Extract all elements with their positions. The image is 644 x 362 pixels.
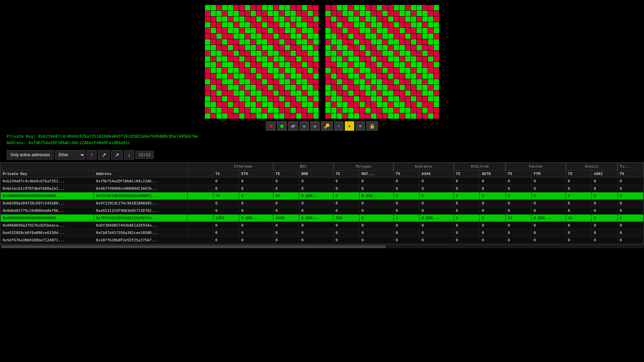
- table-cell: 0: [359, 185, 393, 192]
- table-cell: 0x0dbd65779c24d886da0ef96...: [1, 207, 94, 215]
- bottom-scrollbar[interactable]: [0, 244, 644, 248]
- table-row[interactable]: 0xe552858cb0f8a086ce6330d...0xCb87d41f35…: [1, 229, 644, 237]
- table-cell: 0: [273, 178, 299, 185]
- table-cell: 0: [273, 207, 299, 215]
- table-cell: 0: [239, 237, 273, 244]
- th-group-fu: Fu...: [618, 163, 643, 170]
- table-cell: 0: [566, 207, 592, 215]
- table-cell: 0: [480, 178, 505, 185]
- red-btn[interactable]: ■: [266, 121, 276, 131]
- table-cell: 0: [592, 192, 618, 200]
- table-cell: 0: [480, 207, 505, 215]
- table-cell: 0: [618, 215, 643, 222]
- table-row[interactable]: 0x0460699a379276c825beaca...0xDf3D490574…: [1, 222, 644, 229]
- table-cell: 0: [592, 215, 618, 222]
- controls-row: Only active addresses Ether BSC Polygon …: [0, 149, 644, 161]
- th-ftm: FTM: [532, 170, 566, 178]
- plus-active-btn[interactable]: +: [345, 121, 354, 131]
- table-row[interactable]: 0x0000000000000000000000...0xF1F6619B38A…: [1, 192, 644, 200]
- table-cell: [187, 185, 213, 192]
- table-row[interactable]: 0xb234e87c4c4bd4c67baf351...0xf9b754a2DF…: [1, 178, 644, 185]
- green-btn[interactable]: ■: [277, 121, 287, 131]
- table-cell: 0: [239, 185, 273, 192]
- table-cell: 0: [393, 192, 419, 200]
- minus-btn[interactable]: −: [334, 121, 343, 131]
- table-cell: [187, 215, 213, 222]
- upload-btn[interactable]: ↑: [87, 150, 97, 160]
- table-cell: [187, 229, 213, 237]
- lock-btn[interactable]: 🔒: [366, 121, 378, 131]
- table-cell: 0.000...: [532, 215, 566, 222]
- table-cell: 0: [505, 222, 531, 229]
- th-mat: MAT...: [359, 170, 393, 178]
- app: ■ ■ ⇄ « » 🔑 − + + 🔒 Private Key: 0xb234e…: [0, 0, 644, 362]
- table-cell: 0: [359, 207, 393, 215]
- table-cell: 0: [592, 185, 618, 192]
- table-container[interactable]: Ethereum BSC Polygon Avalance Arbitrum F…: [0, 162, 644, 244]
- table-cell: 0: [333, 185, 359, 192]
- table-cell: 0: [566, 192, 592, 200]
- table-cell: 0: [420, 178, 454, 185]
- grid-left: [205, 5, 319, 119]
- group-header-row: Ethereum BSC Polygon Avalance Arbitrum F…: [1, 163, 644, 170]
- table-cell: 0: [213, 229, 239, 237]
- table-cell: 0: [420, 229, 454, 237]
- th-arb-tx: TX: [454, 170, 480, 178]
- download-btn[interactable]: ↓: [124, 150, 134, 160]
- table-cell: 0xCb87d41f356a382cee1850D...: [94, 229, 187, 237]
- th-group-empty: [187, 163, 213, 170]
- table-cell: 0: [532, 229, 566, 237]
- next-btn[interactable]: »: [310, 121, 320, 131]
- plus-btn[interactable]: +: [356, 121, 365, 131]
- table-cell: 0x0460699a379276c825beaca...: [1, 222, 94, 229]
- count-badge: 12/12: [136, 151, 154, 159]
- table-cell: 0: [618, 200, 643, 207]
- table-cell: 0: [505, 200, 531, 207]
- table-cell: 0x5df67ba38b0188be7124871...: [1, 237, 94, 244]
- table-cell: 0: [333, 229, 359, 237]
- table-cell: 0: [505, 178, 531, 185]
- table-cell: 0: [273, 237, 299, 244]
- th-fu-tx: TX: [618, 170, 643, 178]
- export-btn[interactable]: ↗: [111, 150, 123, 160]
- table-row[interactable]: 0x0000000000000000000000...0x7E5F4552091…: [1, 215, 644, 222]
- table-cell: 0: [618, 229, 643, 237]
- table-row[interactable]: 0xb0209a204720c69fc541b80...0x9f129CdC27…: [1, 200, 644, 207]
- shuffle-btn[interactable]: ⇄: [288, 121, 298, 131]
- table-cell: 0: [239, 200, 273, 207]
- th-empty: [187, 170, 213, 178]
- table-cell: [187, 192, 213, 200]
- th-avax: AVAX: [420, 170, 454, 178]
- table-cell: 0: [592, 200, 618, 207]
- table-cell: 0.000...: [299, 192, 333, 200]
- table-row[interactable]: 0x5df67ba38b0188be7124871...0x187f628b0F…: [1, 237, 644, 244]
- table-cell: 0: [505, 237, 531, 244]
- export-up-btn[interactable]: ↗: [98, 150, 110, 160]
- table-cell: 0xe552858cb0f8a086ce6330d...: [1, 229, 94, 237]
- table-cell: 0x0000000000000000000000...: [1, 192, 94, 200]
- table-cell: 0: [618, 185, 643, 192]
- table-cell: 0: [532, 178, 566, 185]
- th-group-fantom: Fantom: [505, 163, 566, 170]
- network-dropdown[interactable]: Ether BSC Polygon Avalanche Arbitrum Fan…: [55, 150, 85, 160]
- address-text: Address: 0xf9b754a2DF10bACc84c22A64cF48e…: [7, 140, 637, 146]
- key-btn[interactable]: 🔑: [321, 121, 333, 131]
- table-cell: 0xb234e87c4c4bd4c67baf351...: [1, 178, 94, 185]
- table-cell: 0: [420, 200, 454, 207]
- table-cell: 0: [532, 185, 566, 192]
- grid-area: [0, 0, 644, 119]
- th-gno-tx: TX: [566, 170, 592, 178]
- active-addresses-btn[interactable]: Only active addresses: [7, 150, 54, 160]
- table-cell: 0xb0209a204720c69fc541b80...: [1, 200, 94, 207]
- table-cell: 0: [454, 215, 480, 222]
- table-cell: 0: [420, 207, 454, 215]
- table-cell: 23: [505, 215, 531, 222]
- table-row[interactable]: 0x6e1acb1c070fdbdfb80a2a1...0x467f49A69c…: [1, 185, 644, 192]
- table-row[interactable]: 0x0dbd65779c24d886da0ef96...0xa5531155F9…: [1, 207, 644, 215]
- table-cell: 0: [618, 178, 643, 185]
- table-cell: [187, 178, 213, 185]
- th-group-gnosis: Gnosis: [566, 163, 618, 170]
- table-cell: 0: [454, 237, 480, 244]
- th-ftm-tx: TX: [505, 170, 531, 178]
- prev-btn[interactable]: «: [300, 121, 309, 131]
